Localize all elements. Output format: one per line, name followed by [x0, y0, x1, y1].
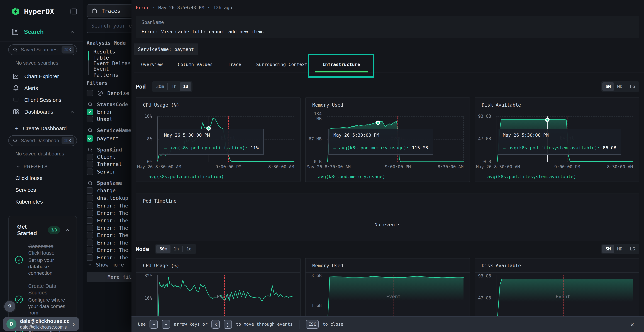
plot-area[interactable]: May 26 5:30:00 PM —avg(k8s.pod.cpu.utili…	[157, 116, 294, 162]
pod-range-1d[interactable]: 1d	[180, 82, 192, 91]
node-section-title: Node	[136, 246, 149, 252]
saved-dashboards-input[interactable]: Saved Dashboards ⌘K	[8, 135, 77, 146]
presets-toggle[interactable]: PRESETS	[0, 164, 83, 170]
filter-client[interactable]: Client	[86, 154, 116, 160]
plot-area[interactable]: May 26 5:30:00 PM —avg(k8s.pod.filesyste…	[496, 116, 633, 162]
span-name-card: SpanName Error: Visa cache full: cannot …	[136, 16, 639, 38]
sidebar-item-client-sessions[interactable]: Client Sessions	[0, 94, 83, 106]
tab-column-values[interactable]: Column Values	[170, 57, 220, 72]
service-name-chip[interactable]: ServiceName: payment	[134, 44, 198, 55]
search-icon[interactable]	[87, 147, 93, 152]
x-axis: May 26 8:30:00 AM9:00:00 PM8:30:00 AM	[157, 164, 294, 172]
plot-area[interactable]: Event	[496, 275, 633, 320]
filter-payment[interactable]: payment	[86, 135, 119, 142]
event-search-input[interactable]: Search your ev	[86, 18, 132, 33]
sidebar-collapse-icon[interactable]	[70, 8, 78, 16]
tab-overview[interactable]: Overview	[134, 57, 170, 72]
pod-section-header: Pod 30m 1h 1d SM MD LG	[136, 80, 639, 93]
filter-internal[interactable]: Internal	[86, 161, 122, 168]
get-started-step-connect[interactable]: Connect to ClickHouse Set up your databa…	[15, 243, 73, 276]
filter-error-span[interactable]: Error: The cr	[86, 217, 132, 224]
size-sm[interactable]: SM	[602, 82, 614, 91]
group-statuscode: StatusCode	[87, 102, 128, 108]
pod-disk-chart[interactable]: Disk Available 93 GB47 GB0 B May 26 5:30…	[474, 98, 639, 182]
search-section-icon	[12, 28, 19, 36]
y-axis: 93 GB47 GB0 B	[475, 116, 494, 162]
plot-area[interactable]: Event	[327, 275, 464, 320]
chevron-up-icon[interactable]	[70, 109, 76, 115]
dashboards-grid-icon	[12, 108, 19, 115]
checkbox-icon	[86, 254, 93, 261]
get-started-progress-badge: 3/3	[48, 226, 60, 234]
more-filters-button[interactable]: More fil	[86, 272, 132, 282]
mode-results-table[interactable]: Results Table	[88, 50, 132, 59]
sidebar-item-search[interactable]: Search	[0, 26, 83, 38]
preset-clickhouse[interactable]: ClickHouse	[0, 175, 83, 181]
denoise-checkbox[interactable]: Denoise Re	[86, 90, 132, 96]
group-spanname: SpanName	[87, 180, 122, 186]
saved-searches-input[interactable]: Saved Searches ⌘K	[8, 44, 77, 55]
pod-range-1h[interactable]: 1h	[168, 82, 180, 91]
legend: —avg(k8s.pod.cpu.utilization)	[136, 172, 300, 182]
k-key: k	[212, 320, 220, 328]
tab-trace[interactable]: Trace	[220, 57, 249, 72]
node-range-1d[interactable]: 1d	[183, 245, 195, 253]
help-button[interactable]: ?	[4, 301, 16, 312]
y-axis: 16%8%0%	[136, 116, 155, 162]
filter-error-span[interactable]: Error: The cr	[86, 210, 132, 216]
divider	[299, 320, 300, 329]
filter-error-span[interactable]: Error: The cr	[86, 225, 132, 231]
close-icon[interactable]: ✕	[630, 321, 634, 328]
size-md[interactable]: MD	[614, 245, 626, 253]
plot-area[interactable]: May 26 5:30:00 PM —avg(k8s.pod.memory.us…	[327, 116, 464, 162]
preset-kubernetes[interactable]: Kubernetes	[0, 199, 83, 205]
sidebar-item-chart-explorer[interactable]: Chart Explorer	[0, 70, 83, 82]
filter-unset[interactable]: Unset	[86, 116, 112, 122]
pod-cpu-chart[interactable]: CPU Usage (%) 16%8%0% May 26 5:30:00 PM …	[136, 98, 300, 182]
sidebar-item-dashboards[interactable]: Dashboards	[0, 106, 83, 118]
show-more-button[interactable]: Show more	[87, 262, 124, 268]
size-lg[interactable]: LG	[627, 245, 638, 253]
checkbox-icon	[86, 116, 93, 122]
filter-error-span[interactable]: Error: The cr	[86, 254, 132, 261]
filter-error-span[interactable]: Error: The cr	[86, 247, 132, 253]
filter-charge[interactable]: charge	[86, 187, 116, 194]
search-icon[interactable]	[87, 128, 93, 133]
y-axis: 32%16%	[136, 275, 155, 320]
sidebar-item-alerts[interactable]: Alerts	[0, 82, 83, 94]
chevron-up-icon[interactable]	[64, 227, 70, 233]
hyperdx-logo[interactable]: HyperDX	[12, 7, 54, 16]
logo-row: HyperDX	[0, 0, 83, 16]
filter-error-span[interactable]: Error: The cr	[86, 202, 132, 209]
filter-error[interactable]: Error	[86, 108, 112, 115]
size-sm[interactable]: SM	[602, 245, 614, 253]
source-select[interactable]: Traces	[86, 4, 132, 17]
x-axis: May 26 8:30:00 AM9:00:00 PM8:30:00 AM	[327, 164, 464, 172]
node-range-30m[interactable]: 30m	[156, 245, 170, 253]
size-md[interactable]: MD	[614, 82, 626, 91]
tab-surrounding-context[interactable]: Surrounding Context	[249, 57, 315, 72]
size-lg[interactable]: LG	[627, 82, 638, 91]
filter-error-span[interactable]: Error: The cr	[86, 240, 132, 246]
preset-services[interactable]: Services	[0, 187, 83, 193]
filter-dns-lookup[interactable]: dns.lookup	[86, 195, 128, 201]
arrow-left-key: ←	[150, 320, 158, 328]
create-dashboard-button[interactable]: + Create Dashboard	[0, 124, 83, 133]
node-range-1h[interactable]: 1h	[170, 245, 182, 253]
pod-range-30m[interactable]: 30m	[153, 82, 167, 91]
filter-error-span[interactable]: Error: The cr	[86, 232, 132, 238]
filter-server[interactable]: Server	[86, 168, 116, 175]
user-menu[interactable]: D dale@clickhouse.com dale@clickhouse.co…	[3, 317, 79, 331]
get-started-card: Get Started 3/3 Connect to ClickHouse Se…	[8, 216, 77, 328]
search-icon[interactable]	[87, 102, 93, 107]
search-icon[interactable]	[87, 180, 93, 186]
mode-event-patterns[interactable]: Event Patterns	[88, 68, 132, 76]
span-name-value: Error: Visa cache full: cannot add new i…	[142, 29, 634, 34]
plot-area[interactable]: Event	[157, 275, 294, 320]
no-saved-searches-text: No saved searches	[0, 55, 83, 66]
pod-memory-chart[interactable]: Memory Used 134 MB67 MB0 B May 26 5:30:0…	[305, 98, 470, 182]
chevron-up-icon[interactable]	[70, 29, 76, 35]
checkbox-icon	[86, 168, 93, 175]
get-started-step-sources[interactable]: Create Data Sources Configure where your…	[15, 283, 73, 316]
tab-infrastructure[interactable]: Infrastructure	[315, 57, 368, 72]
